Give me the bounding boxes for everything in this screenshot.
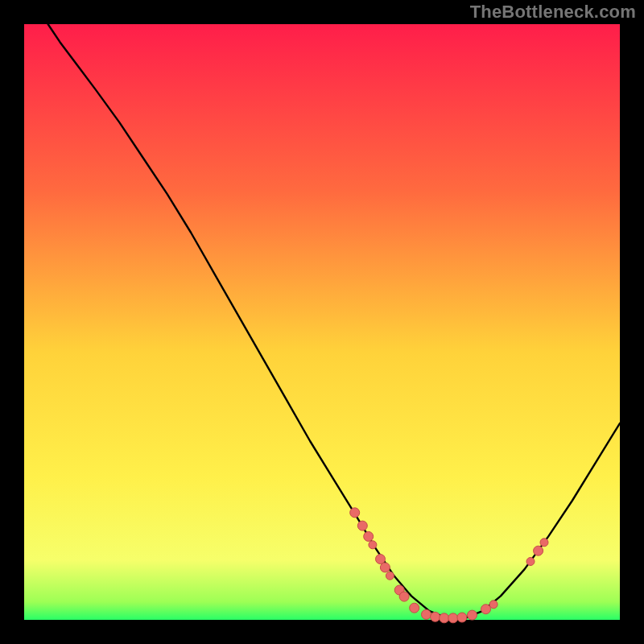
curve-marker [489,601,497,609]
curve-marker [422,609,431,619]
curve-marker [457,613,467,622]
curve-marker [350,508,360,518]
bottleneck-plot [0,0,644,644]
curve-marker [380,563,390,572]
curve-marker [540,539,548,547]
curve-marker [534,546,543,555]
curve-marker [431,612,440,621]
curve-marker [448,613,458,623]
curve-marker [364,531,374,541]
curve-marker [440,613,449,623]
curve-marker [357,521,367,530]
curve-marker [526,558,535,566]
curve-marker [386,572,394,580]
curve-marker [468,610,477,620]
chart-frame: { "watermark": "TheBottleneck.com", "col… [0,0,644,644]
curve-marker [369,541,377,549]
curve-marker [410,603,419,613]
curve-marker [481,605,491,614]
curve-marker [399,592,409,601]
